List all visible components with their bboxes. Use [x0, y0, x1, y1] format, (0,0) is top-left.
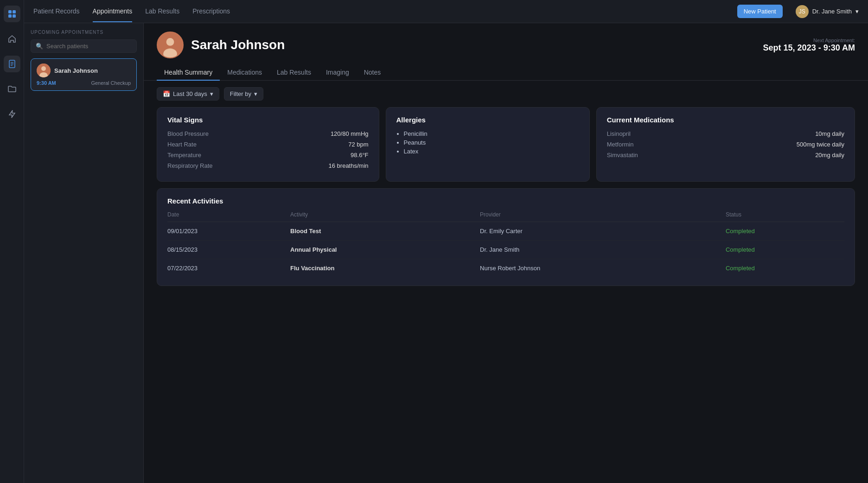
nav-appointments[interactable]: Appointments — [93, 1, 133, 22]
cell-provider: Dr. Jane Smith — [480, 241, 726, 259]
chevron-down-icon: ▾ — [210, 90, 213, 97]
table-row: 09/01/2023 Blood Test Dr. Emily Carter C… — [167, 222, 844, 241]
top-navigation: Patient Records Appointments Lab Results… — [24, 0, 868, 23]
vital-row-hr: Heart Rate 72 bpm — [167, 141, 369, 148]
user-menu[interactable]: JS Dr. Jane Smith ▾ — [796, 5, 859, 18]
vital-row-resp: Respiratory Rate 16 breaths/min — [167, 162, 369, 169]
tab-lab-results[interactable]: Lab Results — [269, 65, 319, 81]
vital-label-hr: Heart Rate — [167, 141, 197, 148]
avatar — [37, 64, 51, 77]
upcoming-appointments-label: Upcoming Appointments — [31, 30, 137, 35]
col-status: Status — [726, 211, 844, 222]
cell-date: 07/22/2023 — [167, 259, 290, 278]
recent-activities-title: Recent Activities — [167, 197, 844, 205]
med-row-metformin: Metformin 500mg twice daily — [607, 141, 844, 148]
patient-tabs: Health Summary Medications Lab Results I… — [144, 58, 868, 81]
filter-by-label: Filter by — [230, 90, 251, 97]
med-dose: 500mg twice daily — [797, 141, 844, 148]
vital-signs-title: Vital Signs — [167, 116, 369, 124]
vital-label-bp: Blood Pressure — [167, 130, 209, 137]
home-icon[interactable] — [4, 31, 20, 47]
med-row-simvastatin: Simvastatin 20mg daily — [607, 152, 844, 159]
allergy-item: Penicillin — [404, 130, 579, 137]
filter-by-button[interactable]: Filter by ▾ — [224, 87, 263, 101]
cell-provider: Dr. Emily Carter — [480, 222, 726, 241]
appointment-time: 9:30 AM — [37, 80, 56, 86]
cell-date: 08/15/2023 — [167, 241, 290, 259]
allergies-title: Allergies — [396, 116, 579, 124]
patient-card-top: Sarah Johnson — [37, 64, 131, 77]
date-range-label: Last 30 days — [173, 90, 207, 97]
med-dose: 10mg daily — [815, 130, 844, 137]
vital-value-temp: 98.6°F — [351, 152, 368, 159]
user-name: Dr. Jane Smith — [812, 8, 852, 15]
col-provider: Provider — [480, 211, 726, 222]
allergies-card: Allergies Penicillin Peanuts Latex — [386, 107, 590, 182]
vital-row-temp: Temperature 98.6°F — [167, 152, 369, 159]
svg-rect-3 — [13, 14, 16, 18]
vital-value-bp: 120/80 mmHg — [331, 130, 369, 137]
activities-table: Date Activity Provider Status 09/01/2023… — [167, 211, 844, 277]
med-dose: 20mg daily — [815, 152, 844, 159]
col-activity: Activity — [290, 211, 480, 222]
new-patient-button[interactable]: New Patient — [737, 5, 783, 18]
next-appointment-label: Next Appointment: — [763, 38, 855, 43]
patient-avatar-large — [157, 32, 184, 58]
table-row: 08/15/2023 Annual Physical Dr. Jane Smit… — [167, 241, 844, 259]
left-panel: Upcoming Appointments 🔍 Sarah Johnson — [24, 23, 144, 483]
vital-value-resp: 16 breaths/min — [329, 162, 369, 169]
svg-rect-0 — [8, 10, 12, 13]
patient-name: Sarah Johnson — [54, 67, 98, 74]
tab-notes[interactable]: Notes — [357, 65, 389, 81]
right-panel: Sarah Johnson Next Appointment: Sept 15,… — [144, 23, 868, 483]
allergy-item: Peanuts — [404, 139, 579, 146]
svg-rect-1 — [13, 10, 16, 13]
current-medications-card: Current Medications Lisinopril 10mg dail… — [596, 107, 855, 182]
appointment-type: General Checkup — [91, 80, 131, 86]
col-date: Date — [167, 211, 290, 222]
folder-icon[interactable] — [4, 81, 20, 97]
nav-lab-results[interactable]: Lab Results — [145, 1, 179, 22]
tab-imaging[interactable]: Imaging — [319, 65, 357, 81]
summary-cards: Vital Signs Blood Pressure 120/80 mmHg H… — [144, 107, 868, 188]
svg-point-12 — [166, 38, 174, 46]
cell-activity: Blood Test — [290, 222, 480, 241]
nav-patient-records[interactable]: Patient Records — [33, 1, 80, 22]
search-input[interactable] — [46, 43, 132, 50]
med-name: Simvastatin — [607, 152, 638, 159]
next-appointment-value: Sept 15, 2023 - 9:30 AM — [763, 43, 855, 53]
tab-medications[interactable]: Medications — [220, 65, 269, 81]
patient-full-name: Sarah Johnson — [191, 38, 285, 52]
search-icon: 🔍 — [36, 43, 43, 50]
vital-label-resp: Respiratory Rate — [167, 162, 213, 169]
vital-row-bp: Blood Pressure 120/80 mmHg — [167, 130, 369, 137]
content-area: Upcoming Appointments 🔍 Sarah Johnson — [24, 23, 868, 483]
cell-status: Completed — [726, 259, 844, 278]
vital-label-temp: Temperature — [167, 152, 201, 159]
date-range-filter[interactable]: 📅 Last 30 days ▾ — [157, 87, 219, 101]
next-appointment: Next Appointment: Sept 15, 2023 - 9:30 A… — [763, 38, 855, 53]
search-box[interactable]: 🔍 — [31, 39, 137, 53]
patient-card[interactable]: Sarah Johnson 9:30 AM General Checkup — [31, 58, 137, 91]
nav-prescriptions[interactable]: Prescriptions — [192, 1, 230, 22]
cell-date: 09/01/2023 — [167, 222, 290, 241]
cell-status: Completed — [726, 222, 844, 241]
med-name: Lisinopril — [607, 130, 631, 137]
allergy-list: Penicillin Peanuts Latex — [396, 130, 579, 155]
app-logo-icon[interactable] — [4, 6, 20, 22]
avatar: JS — [796, 5, 809, 18]
cell-provider: Nurse Robert Johnson — [480, 259, 726, 278]
records-icon[interactable] — [4, 56, 20, 72]
allergy-item: Latex — [404, 148, 579, 155]
current-medications-title: Current Medications — [607, 116, 844, 124]
cell-activity: Flu Vaccination — [290, 259, 480, 278]
table-row: 07/22/2023 Flu Vaccination Nurse Robert … — [167, 259, 844, 278]
svg-rect-2 — [8, 14, 12, 18]
cell-activity: Annual Physical — [290, 241, 480, 259]
vital-signs-card: Vital Signs Blood Pressure 120/80 mmHg H… — [157, 107, 379, 182]
tab-health-summary[interactable]: Health Summary — [157, 65, 220, 81]
bolt-icon[interactable] — [4, 106, 20, 122]
chevron-down-icon: ▾ — [855, 8, 859, 15]
med-row-lisinopril: Lisinopril 10mg daily — [607, 130, 844, 137]
patient-header-left: Sarah Johnson — [157, 32, 285, 58]
